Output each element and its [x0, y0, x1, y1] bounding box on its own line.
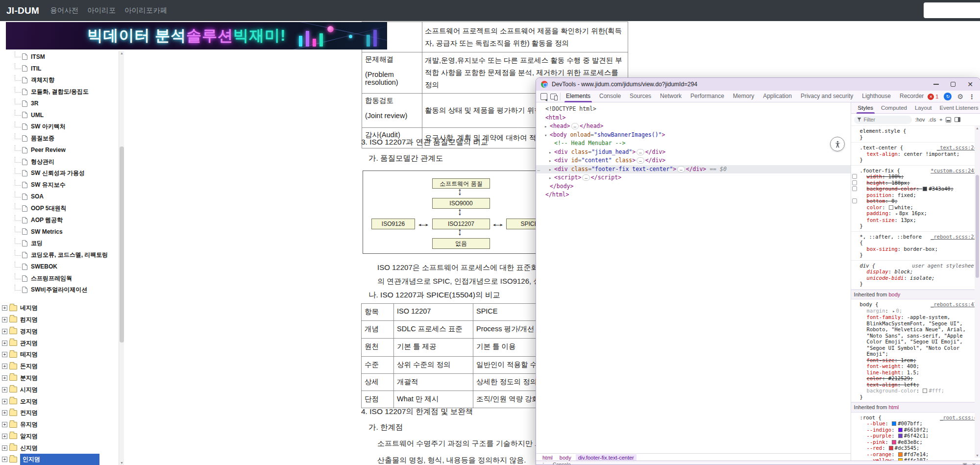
filter-pill[interactable] — [854, 116, 912, 124]
color-swatch[interactable] — [892, 421, 896, 426]
css-rule[interactable]: body {_reboot.scss:47margin: ▸0;font-fam… — [851, 299, 980, 402]
devtools-sync-icon[interactable]: ↻ — [944, 93, 952, 100]
expand-arrow-icon[interactable]: ▸ — [549, 166, 554, 174]
sidebar-folder-item[interactable]: 유지덤 — [0, 419, 119, 431]
color-swatch[interactable] — [923, 389, 927, 393]
elements-tree-line[interactable]: <html> — [536, 114, 851, 122]
style-property[interactable]: font-weight: 400; — [860, 363, 977, 369]
style-property[interactable]: box-sizing: border-box; — [860, 246, 977, 252]
drawer-console-tab[interactable]: Console — [553, 462, 571, 465]
styles-tab[interactable]: Computed — [877, 102, 911, 114]
devtools-tab[interactable]: Sources — [625, 91, 656, 102]
sidebar-doc-item[interactable]: AOP 웹공학 — [0, 214, 119, 226]
promo-banner[interactable]: 빅데이터 분석 솔루션 빅재미! — [6, 22, 387, 49]
style-property[interactable]: text-align: center !important; — [860, 151, 977, 157]
rendering-brush-icon[interactable] — [946, 117, 951, 122]
style-property[interactable]: font-size: 1rem; — [860, 357, 977, 364]
expand-plus-icon[interactable] — [2, 399, 7, 404]
stylesheet-source-link[interactable]: _reboot.scss:47 — [928, 301, 977, 308]
styles-scrollbar[interactable]: ▲ ▼ — [975, 126, 980, 458]
style-property[interactable]: --purple: #6f42c1; — [860, 433, 977, 439]
scroll-up-icon[interactable]: ▲ — [119, 51, 124, 55]
sidebar-folder-item[interactable]: 네지덤 — [0, 302, 119, 314]
sidebar-doc-item[interactable]: 3R — [0, 98, 119, 109]
sidebar-folder-item[interactable]: 알지덤 — [0, 431, 119, 442]
style-property[interactable]: font-size: 13px; — [860, 217, 977, 223]
search-input[interactable] — [924, 2, 980, 18]
devtools-tab[interactable]: Privacy and security — [796, 91, 858, 102]
maximize-button[interactable] — [951, 82, 956, 87]
sidebar-doc-item[interactable]: 코딩 — [0, 238, 119, 249]
expand-plus-icon[interactable] — [2, 329, 7, 334]
sidebar-doc-item[interactable]: ITIL — [0, 63, 119, 74]
expand-plus-icon[interactable] — [2, 445, 7, 451]
shorthand-expand-icon[interactable]: ▸ — [896, 211, 898, 216]
nav-link[interactable]: 아이리포카페 — [124, 6, 167, 15]
style-property[interactable]: background-color: #343a40; — [860, 186, 977, 192]
accessibility-person-icon[interactable] — [830, 137, 845, 151]
sidebar-doc-item[interactable]: 코딩오류, 코드스멜, 리팩토링 — [0, 249, 119, 261]
color-swatch[interactable] — [923, 187, 927, 191]
devtools-tab[interactable]: Console — [595, 91, 625, 102]
color-swatch[interactable] — [898, 428, 903, 432]
sidebar-doc-item[interactable]: SW비주얼라이제이션 — [0, 284, 119, 296]
expand-plus-icon[interactable] — [2, 410, 7, 416]
sidebar-doc-item[interactable]: UML — [0, 109, 119, 121]
styles-filter-input[interactable] — [864, 117, 903, 122]
expand-plus-icon[interactable] — [2, 422, 7, 427]
style-property[interactable]: background-color: #fff; — [860, 388, 977, 394]
stylesheet-source-link[interactable]: _root.scss:4 — [937, 415, 977, 421]
new-style-rule-button[interactable]: + — [939, 117, 942, 122]
property-checkbox[interactable] — [852, 180, 857, 185]
styles-tab[interactable]: Event Listeners — [936, 102, 980, 114]
stylesheet-source-link[interactable]: _text.scss:24 — [934, 145, 977, 151]
sidebar-doc-item[interactable]: SOA — [0, 191, 119, 203]
style-property[interactable]: unicode-bidi: isolate; — [860, 275, 977, 281]
expand-plus-icon[interactable] — [2, 352, 7, 357]
expand-arrow-icon[interactable]: ▸ — [549, 148, 554, 157]
sidebar-folder-item[interactable]: 신지덤 — [0, 442, 119, 454]
elements-tree-line[interactable]: ▸<div class="footer-fix text-center">…</… — [536, 165, 851, 174]
expand-plus-icon[interactable] — [2, 305, 7, 311]
breadcrumb-item[interactable]: div.footer-fix.text-center — [576, 454, 637, 461]
style-property[interactable]: bottom: 0; — [860, 198, 977, 204]
style-property[interactable]: margin: ▸0; — [860, 308, 977, 315]
style-property[interactable]: --red: #dc3545; — [860, 445, 977, 451]
property-checkbox[interactable] — [852, 198, 857, 203]
expand-plus-icon[interactable] — [2, 457, 7, 462]
style-property[interactable]: --orange: #fd7e14; — [860, 451, 977, 458]
sidebar-folder-item[interactable]: 관지덤 — [0, 337, 119, 349]
devtools-tab[interactable]: Memory — [729, 91, 759, 102]
css-rule[interactable]: element.style {} — [851, 126, 980, 143]
sidebar-doc-item[interactable]: SW 아키텍처 — [0, 121, 119, 133]
breadcrumb-item[interactable]: body — [557, 454, 574, 461]
expand-arrow-icon[interactable]: ▸ — [549, 157, 554, 166]
css-rule[interactable]: .footer-fix {*custom.css:245width: 100%;… — [851, 166, 980, 232]
expand-plus-icon[interactable] — [2, 434, 7, 439]
style-property[interactable]: width: 100%; — [860, 173, 977, 180]
color-swatch[interactable] — [892, 440, 896, 444]
minimize-button[interactable] — [933, 84, 939, 85]
elements-tree-line[interactable]: ▸<script>…</script> — [536, 173, 851, 182]
styles-tab[interactable]: Layout — [911, 102, 936, 114]
devtools-drawer-bar[interactable]: ⋮ Console ▣ ✕ — [536, 461, 980, 465]
expand-arrow-icon[interactable]: ▾ — [544, 131, 550, 140]
row-gutter-dots-icon[interactable]: … — [537, 165, 539, 174]
elements-tree-line[interactable]: ▸<head>…</head> — [536, 122, 851, 131]
scroll-up-icon[interactable]: ▲ — [975, 126, 980, 130]
scroll-down-icon[interactable]: ▼ — [975, 454, 980, 457]
expand-plus-icon[interactable] — [2, 341, 7, 346]
style-property[interactable]: --blue: #007bff; — [860, 420, 977, 427]
property-checkbox[interactable] — [852, 186, 857, 191]
expand-plus-icon[interactable] — [2, 387, 7, 392]
sidebar-folder-item[interactable]: 경지덤 — [0, 325, 119, 337]
css-rule[interactable]: div {user agent stylesheetdisplay: block… — [851, 261, 980, 290]
toggle-class-button[interactable]: .cls — [928, 117, 936, 122]
expand-arrow-icon[interactable]: ▸ — [544, 122, 550, 131]
css-rule[interactable]: :root {_root.scss:4--blue: #007bff;--ind… — [851, 413, 980, 462]
scrollbar-thumb[interactable] — [120, 147, 124, 343]
sidebar-folder-item[interactable]: 분지덤 — [0, 372, 119, 384]
color-swatch[interactable] — [889, 205, 893, 210]
devtools-tab[interactable]: Elements — [562, 91, 595, 102]
kebab-menu-icon[interactable]: ⋮ — [969, 93, 975, 100]
